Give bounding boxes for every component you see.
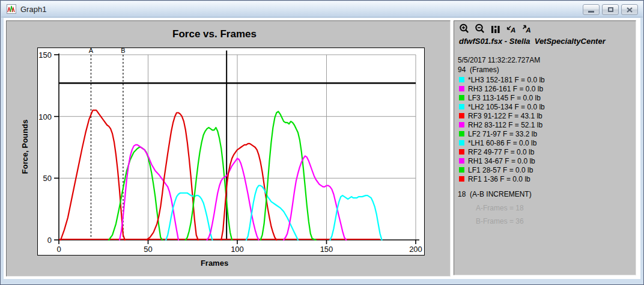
legend-label: RH2 83-112 F = 52.1 lb (468, 121, 542, 129)
y-tick-label: 100 (38, 112, 52, 121)
legend-item: RH2 83-112 F = 52.1 lb (459, 120, 545, 129)
decrease-font-button[interactable]: A (506, 23, 517, 35)
legend-label: RH1 34-67 F = 0.0 lb (468, 157, 535, 165)
minimize-icon (588, 11, 594, 13)
legend-color-swatch (459, 167, 464, 173)
legend-item: *LH1 60-86 F = 0.0 lb (459, 138, 545, 147)
timestamp: 5/5/2017 11:32:22.727AM (458, 56, 540, 64)
legend-label: RF2 49-77 F = 0.0 lb (468, 148, 534, 156)
zoom-in-icon (459, 23, 470, 35)
y-tick-label: 150 (38, 51, 52, 60)
svg-text:A: A (510, 26, 515, 34)
series-RF1 (61, 110, 125, 240)
restore-icon (608, 7, 613, 12)
close-icon (627, 7, 633, 13)
legend-item: LF3 113-145 F = 0.0 lb (459, 93, 545, 102)
legend-color-swatch (459, 77, 464, 82)
zoom-in-button[interactable] (459, 23, 470, 35)
legend-item: LF2 71-97 F = 33.2 lb (459, 129, 545, 138)
legend-color-swatch (459, 158, 464, 164)
plot-area[interactable]: 050100150050100150200AB (37, 48, 425, 256)
legend-label: *LH2 105-134 F = 0.0 lb (468, 103, 545, 111)
legend-item: RF3 91-122 F = 43.1 lb (459, 111, 545, 120)
title-bar[interactable]: Graph1 (1, 1, 643, 17)
legend-label: *LH3 152-181 F = 0.0 lb (468, 76, 545, 84)
legend-color-swatch (459, 176, 464, 182)
legend-label: RF1 1-36 F = 0.0 lb (468, 175, 530, 183)
graph-toolbar: A A (459, 23, 532, 35)
close-button[interactable] (621, 4, 638, 15)
legend-item: RF1 1-36 F = 0.0 lb (459, 174, 545, 183)
increase-font-icon: A (521, 23, 532, 35)
series-LH3 (330, 195, 381, 240)
y-axis-label: Force, Pounds (20, 120, 29, 174)
minimize-button[interactable] (583, 4, 600, 15)
legend-color-swatch (459, 149, 464, 155)
marker-b-label: B (121, 48, 125, 54)
x-tick-label: 200 (409, 245, 422, 254)
bar-chart-icon (491, 23, 500, 35)
legend-item: *LH3 152-181 F = 0.0 lb (459, 75, 545, 84)
legend-item: LF1 28-57 F = 0.0 lb (459, 165, 545, 174)
legend-label: *LH1 60-86 F = 0.0 lb (468, 139, 536, 147)
legend-list: *LH3 152-181 F = 0.0 lbRH3 126-161 F = 0… (459, 75, 545, 183)
legend-color-swatch (459, 104, 464, 109)
b-frames-value: B-Frames = 36 (476, 217, 524, 225)
legend-label: RF3 91-122 F = 43.1 lb (468, 112, 542, 120)
legend-color-swatch (459, 131, 464, 136)
ab-increment-readout: 18 (A-B INCREMENT) (458, 190, 532, 198)
series-RF2 (147, 113, 198, 241)
legend-item: RH3 126-161 F = 0.0 lb (459, 84, 545, 93)
legend-label: RH3 126-161 F = 0.0 lb (468, 85, 543, 93)
svg-text:A: A (525, 26, 530, 34)
client-area: Force vs. Frames Force, Pounds Frames 05… (4, 18, 640, 279)
legend-label: LF1 28-57 F = 0.0 lb (468, 166, 533, 174)
window-title: Graph1 (20, 5, 46, 14)
cursor-frame-readout: 94 (Frames) (458, 66, 499, 74)
x-tick-label: 50 (144, 245, 152, 254)
legend-item: *LH2 105-134 F = 0.0 lb (459, 102, 545, 111)
legend-label: LF3 113-145 F = 0.0 lb (468, 94, 541, 102)
chart-canvas[interactable]: 050100150050100150200AB (38, 48, 424, 255)
series-RH3 (284, 156, 346, 240)
series-RH2 (207, 159, 259, 241)
chart-panel: Force vs. Frames Force, Pounds Frames 05… (6, 20, 451, 277)
decrease-font-icon: A (506, 23, 517, 35)
legend-item: RH1 34-67 F = 0.0 lb (459, 156, 545, 165)
graph-window: Graph1 Force vs. Frames Force, Pounds Fr… (0, 0, 644, 285)
y-tick-label: 50 (43, 174, 52, 183)
legend-color-swatch (459, 86, 464, 91)
legend-color-swatch (459, 113, 464, 118)
zoom-out-button[interactable] (475, 23, 485, 35)
x-tick-label: 150 (320, 245, 333, 254)
bar-chart-button[interactable] (490, 23, 501, 35)
legend-color-swatch (459, 122, 464, 127)
zoom-out-icon (475, 23, 485, 35)
x-axis-label: Frames (7, 259, 422, 268)
x-tick-label: 0 (56, 245, 61, 254)
file-patient-header: dfwfS01.fsx - Stella VetSpecialtyCenter (459, 37, 606, 46)
marker-a-label: A (89, 48, 94, 54)
legend-color-swatch (459, 95, 464, 100)
app-icon (7, 4, 16, 14)
a-frames-value: A-Frames = 18 (476, 204, 524, 212)
chart-title: Force vs. Frames (7, 28, 422, 40)
increase-font-button[interactable]: A (521, 23, 532, 35)
legend-item: RF2 49-77 F = 0.0 lb (459, 147, 545, 156)
x-tick-label: 100 (231, 245, 244, 254)
legend-label: LF2 71-97 F = 33.2 lb (468, 130, 537, 138)
info-panel: A A dfwfS01.fsx - Stella VetSpecialtyCen… (454, 20, 636, 275)
y-tick-label: 0 (47, 236, 52, 245)
legend-color-swatch (459, 140, 464, 146)
restore-button[interactable] (602, 4, 619, 15)
